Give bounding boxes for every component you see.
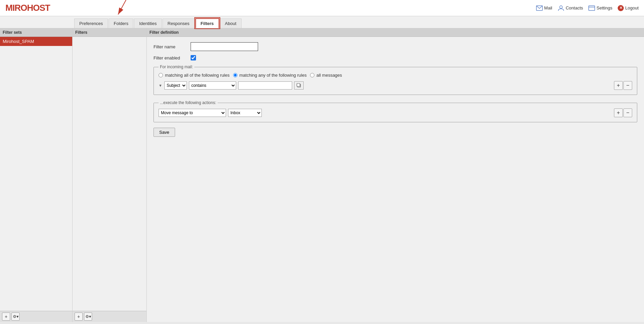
- action-add-button[interactable]: +: [614, 108, 623, 117]
- tabs-bar: Preferences Folders Identities Responses…: [0, 16, 644, 28]
- action-remove-button[interactable]: −: [623, 108, 632, 117]
- filter-name-input[interactable]: [191, 42, 258, 51]
- settings-nav-item[interactable]: Settings: [588, 5, 612, 11]
- rule-value-input[interactable]: [238, 81, 292, 90]
- svg-point-1: [560, 6, 562, 8]
- filter-sets-gear-button[interactable]: ⚙▾: [11, 313, 20, 321]
- action-select[interactable]: Move message to Copy message to Delete m…: [159, 109, 226, 117]
- header: MIROHOST Mail Contacts Settings ✕ Logout: [0, 0, 644, 16]
- contacts-label: Contacts: [566, 5, 583, 10]
- mail-icon: [536, 5, 543, 11]
- filter-sets-list: Mirohost_SPAM: [0, 37, 72, 311]
- filter-sets-toolbar: + ⚙▾: [0, 311, 72, 322]
- folder-select[interactable]: Inbox Sent Drafts Trash Spam: [228, 109, 262, 117]
- action-add-remove-buttons: + −: [614, 108, 632, 117]
- rule-condition-select[interactable]: contains does not contain is begins with…: [189, 81, 236, 90]
- filter-name-label: Filter name: [153, 44, 191, 49]
- rule-add-button[interactable]: +: [614, 81, 623, 90]
- radio-all-messages[interactable]: [310, 73, 314, 77]
- svg-rect-2: [589, 6, 595, 10]
- header-nav: Mail Contacts Settings ✕ Logout: [536, 5, 639, 11]
- filters-gear-button[interactable]: ⚙▾: [84, 313, 92, 321]
- filters-panel: Filters + ⚙▾: [73, 28, 147, 322]
- radio-match-any[interactable]: [233, 73, 237, 77]
- settings-label: Settings: [596, 5, 612, 10]
- filter-definition-panel: Filter definition Filter name Filter ena…: [147, 28, 644, 322]
- filter-enabled-label: Filter enabled: [153, 55, 191, 60]
- logout-label: Logout: [625, 5, 639, 10]
- logo-miro-red: MIRO: [5, 3, 27, 13]
- radio-match-all-label: matching all of the following rules: [165, 73, 230, 78]
- add-remove-buttons: + −: [614, 81, 632, 90]
- save-button[interactable]: Save: [153, 128, 175, 137]
- rule-field-select[interactable]: Subject From To CC Body: [164, 81, 187, 90]
- action-row: Move message to Copy message to Delete m…: [159, 108, 632, 117]
- logout-nav-item[interactable]: ✕ Logout: [618, 5, 639, 11]
- rule-row: ▼ Subject From To CC Body contains does …: [159, 81, 632, 90]
- mail-label: Mail: [544, 5, 552, 10]
- logout-icon: ✕: [618, 5, 624, 11]
- filters-add-button[interactable]: +: [75, 313, 83, 321]
- radio-match-all[interactable]: [159, 73, 163, 77]
- logo-miro: MIROHOST: [5, 3, 50, 13]
- incoming-mail-fieldset: For incoming mail: matching all of the f…: [153, 65, 637, 95]
- filter-sets-panel: Filter sets Mirohost_SPAM + ⚙▾: [0, 28, 73, 322]
- settings-icon: [588, 5, 595, 11]
- incoming-mail-legend: For incoming mail:: [159, 65, 194, 69]
- logo: MIROHOST: [5, 3, 50, 13]
- filters-list: [73, 37, 146, 311]
- actions-legend: ...execute the following actions:: [159, 100, 218, 105]
- copy-icon: [297, 83, 301, 88]
- actions-fieldset: ...execute the following actions: Move m…: [153, 100, 637, 122]
- tab-preferences[interactable]: Preferences: [74, 19, 108, 28]
- rule-remove-button[interactable]: −: [623, 81, 632, 90]
- filters-toolbar: + ⚙▾: [73, 311, 146, 322]
- filter-enabled-row: Filter enabled: [153, 55, 637, 60]
- contacts-icon: [558, 5, 564, 11]
- filters-panel-header: Filters: [73, 28, 146, 37]
- tab-about[interactable]: About: [220, 19, 242, 28]
- mail-nav-item[interactable]: Mail: [536, 5, 552, 11]
- tab-filters[interactable]: Filters: [195, 18, 219, 28]
- filter-enabled-checkbox[interactable]: [191, 55, 196, 60]
- filter-definition-header: Filter definition: [147, 28, 644, 37]
- rule-toggle[interactable]: ▼: [159, 83, 162, 88]
- filter-set-item-mirohost-spam[interactable]: Mirohost_SPAM: [0, 37, 72, 46]
- tab-folders[interactable]: Folders: [109, 19, 133, 28]
- filter-sets-add-button[interactable]: +: [2, 313, 10, 321]
- tab-identities[interactable]: Identities: [134, 19, 162, 28]
- filter-definition-body: Filter name Filter enabled For incoming …: [147, 37, 644, 322]
- contacts-nav-item[interactable]: Contacts: [558, 5, 583, 11]
- radio-match-any-label: matching any of the following rules: [240, 73, 307, 78]
- svg-rect-7: [297, 83, 300, 86]
- main-layout: Filter sets Mirohost_SPAM + ⚙▾ Filters +…: [0, 28, 644, 322]
- tab-responses[interactable]: Responses: [163, 19, 195, 28]
- filter-sets-header: Filter sets: [0, 28, 72, 37]
- radio-all-messages-label: all messages: [316, 73, 342, 78]
- filter-name-row: Filter name: [153, 42, 637, 51]
- copy-icon-button[interactable]: [294, 81, 304, 90]
- radio-row: matching all of the following rules matc…: [159, 73, 632, 78]
